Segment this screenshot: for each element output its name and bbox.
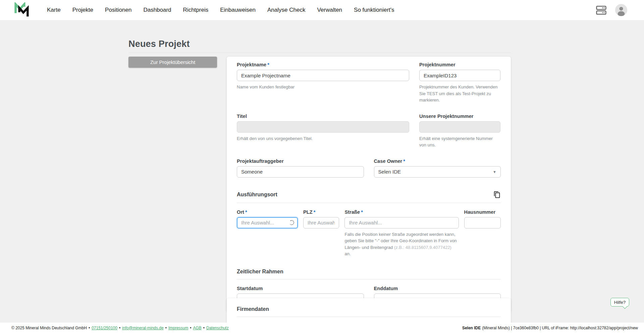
unsere-projektnummer-label: Unsere Projektnummer [419, 114, 500, 119]
nav-item-einbauweisen[interactable]: Einbauweisen [220, 7, 256, 13]
plz-label: PLZ* [303, 209, 339, 215]
section-divider [237, 279, 501, 279]
navbar-right-area [596, 4, 644, 16]
case-owner-selected-value: Selen IDE [378, 169, 401, 175]
copy-address-button[interactable] [493, 191, 501, 198]
copy-icon [493, 191, 501, 198]
nav-item-verwalten[interactable]: Verwalten [317, 7, 342, 13]
footer-bar: © 2025 Mineral Minds Deutschland GmbH • … [0, 323, 644, 333]
strasse-field: Straße* [344, 209, 459, 228]
section-divider [237, 203, 501, 203]
page-title: Neues Projekt [128, 39, 190, 49]
strasse-label: Straße* [344, 209, 459, 215]
projektname-label: Projektname* [237, 62, 409, 67]
required-asterisk: * [245, 209, 247, 215]
plz-input[interactable] [303, 217, 339, 228]
hausnummer-input[interactable] [464, 217, 501, 228]
projektname-field: Projektname* Name vom Kunden festlegbar [237, 62, 409, 104]
startdatum-label: Startdatum [237, 286, 364, 291]
back-to-project-overview-button[interactable]: Zur Projektübersicht [128, 57, 217, 68]
footer-link-phone[interactable]: 07151/250100 [92, 326, 117, 330]
help-button[interactable]: Hilfe? [610, 298, 629, 307]
ort-label: Ort* [237, 209, 298, 215]
projektauftraggeber-label: Projektauftraggeber [237, 158, 364, 164]
ort-field: Ort* [237, 209, 298, 228]
projektauftraggeber-field: Projektauftraggeber [237, 158, 364, 178]
footer-link-impressum[interactable]: Impressum [168, 326, 188, 330]
user-avatar-button[interactable] [615, 4, 627, 16]
ort-input[interactable] [237, 217, 298, 228]
projektname-helper: Name vom Kunden festlegbar [237, 84, 409, 90]
footer-legal-area: © 2025 Mineral Minds Deutschland GmbH • … [11, 326, 229, 330]
logo-icon [14, 2, 29, 18]
footer-link-agb[interactable]: AGB [193, 326, 201, 330]
footer-link-email[interactable]: info@mineral-minds.de [122, 326, 164, 330]
footer-separator: • [203, 326, 205, 330]
unsere-projektnummer-helper: Erhält eine systemgenerierte Nummer von … [419, 135, 500, 148]
enddatum-label: Enddatum [374, 286, 501, 291]
unsere-projektnummer-field: Unsere Projektnummer Erhält eine systemg… [419, 114, 500, 148]
main-navigation: Karte Projekte Positionen Dashboard Rich… [47, 7, 394, 13]
nav-item-dashboard[interactable]: Dashboard [143, 7, 171, 13]
footer-link-datenschutz[interactable]: Datenschutz [206, 326, 229, 330]
required-asterisk: * [314, 209, 316, 215]
nav-item-richtpreis[interactable]: Richtpreis [183, 7, 209, 13]
footer-separator: • [190, 326, 191, 330]
mineral-minds-logo[interactable] [13, 2, 30, 18]
footer-separator: • [89, 326, 90, 330]
projektname-input[interactable] [237, 70, 409, 81]
nav-item-karte[interactable]: Karte [47, 7, 61, 13]
nav-item-analyse-check[interactable]: Analyse Check [267, 7, 305, 13]
user-avatar-icon [615, 4, 627, 16]
footer-separator: • [165, 326, 167, 330]
session-user: Selen IDE [462, 326, 481, 330]
loading-spinner-icon [289, 220, 294, 225]
top-navbar: Karte Projekte Positionen Dashboard Rich… [0, 0, 644, 20]
ausfuehrungsort-heading: Ausführungsort [237, 192, 277, 198]
required-asterisk: * [403, 158, 405, 164]
projektnummer-label: Projektnummer [419, 62, 500, 67]
session-details: (Mineral Minds) | 7ce360e83fb0 | URL of … [482, 326, 638, 330]
unsere-projektnummer-input [419, 121, 500, 133]
firmendaten-heading: Firmendaten [237, 306, 501, 312]
hausnummer-label: Hausnummer [464, 209, 501, 215]
copyright-text: © 2025 Mineral Minds Deutschland GmbH [11, 326, 87, 330]
section-divider [237, 317, 501, 317]
case-owner-label: Case Owner* [374, 158, 501, 164]
chevron-down-icon: ▼ [493, 170, 496, 174]
plz-field: PLZ* [303, 209, 339, 228]
strasse-input[interactable] [344, 217, 459, 228]
footer-separator: • [119, 326, 120, 330]
projektnummer-field: Projektnummer Projektnummer des Kunden. … [419, 62, 500, 104]
hausnummer-field: Hausnummer [464, 209, 501, 228]
nav-item-positionen[interactable]: Positionen [105, 7, 131, 13]
projektnummer-helper: Projektnummer des Kunden. Verwenden Sie … [419, 84, 500, 104]
titel-field: Titel Erhält den von uns vorgegebenen Ti… [237, 114, 409, 148]
case-owner-field: Case Owner* Selen IDE ▼ [374, 158, 501, 178]
strasse-helper: Falls die Position keiner Straße zugeord… [344, 231, 459, 257]
zeitlicher-rahmen-heading: Zeitlicher Rahmen [237, 269, 283, 275]
projektnummer-input[interactable] [419, 70, 500, 81]
session-info-area: Selen IDE(Mineral Minds) | 7ce360e83fb0 … [462, 326, 638, 330]
required-asterisk: * [267, 62, 269, 67]
nav-item-so-funktionierts[interactable]: So funktioniert's [354, 7, 394, 13]
server-status-button[interactable] [596, 6, 606, 15]
new-project-form-card: Projektname* Name vom Kunden festlegbar … [227, 57, 511, 312]
titel-label: Titel [237, 114, 409, 119]
nav-item-projekte[interactable]: Projekte [72, 7, 93, 13]
titel-helper: Erhält den von uns vorgegebenen Titel. [237, 135, 409, 142]
required-asterisk: * [361, 209, 363, 215]
case-owner-select[interactable]: Selen IDE ▼ [374, 166, 501, 178]
title-divider [128, 53, 511, 53]
server-icon [596, 6, 606, 15]
projektauftraggeber-input[interactable] [237, 166, 364, 178]
titel-input [237, 121, 409, 133]
